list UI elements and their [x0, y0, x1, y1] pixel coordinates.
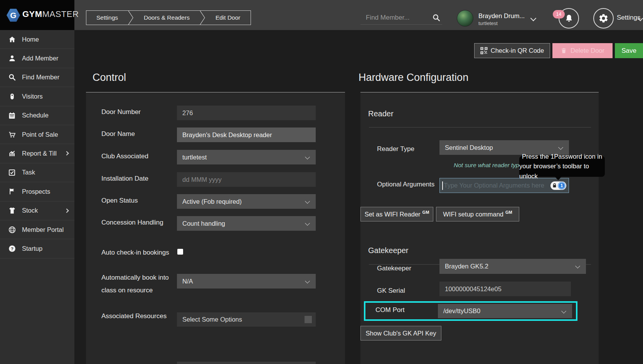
breadcrumb-doors-readers[interactable]: Doors & Readers	[134, 11, 200, 25]
lock-icon	[552, 183, 557, 188]
svg-text:?: ?	[11, 247, 13, 251]
logo[interactable]: G GYMMASTER	[0, 0, 74, 30]
auto-book-value: N/A	[182, 278, 193, 285]
wifi-setup-command-button[interactable]: WIFI setup command GM	[436, 207, 519, 221]
trash-icon	[561, 47, 567, 54]
door-name-input[interactable]	[177, 127, 316, 142]
sidebar-item-find-member[interactable]: Find Member	[0, 68, 74, 87]
com-port-label: COM Port	[375, 306, 405, 314]
hardware-panel: Reader Reader Type Sentinel Desktop Not …	[360, 92, 599, 364]
reader-help-note[interactable]: Not sure what reader typ	[454, 162, 519, 169]
cutoff-field	[177, 362, 316, 364]
logo-text: GYMMASTER	[22, 9, 79, 19]
sidebar-item-add-member[interactable]: Add Member	[0, 49, 74, 68]
section-divider	[369, 127, 591, 127]
door-number-input[interactable]	[177, 106, 316, 120]
sidebar-item-label: Prospects	[22, 188, 50, 195]
globe-icon	[8, 225, 16, 234]
logo-gym: GYM	[22, 9, 42, 19]
open-status-value: Active (Fob required)	[182, 198, 242, 205]
chevron-down-icon	[558, 145, 563, 150]
calendar-icon	[8, 111, 16, 120]
chevron-down-icon	[305, 278, 310, 283]
sidebar-item-task[interactable]: Task	[0, 163, 74, 182]
user-club: turtletest	[478, 20, 498, 26]
com-port-select[interactable]: /dev/ttyUSB0	[438, 304, 572, 318]
associated-resources-multiselect[interactable]: Select Some Options	[177, 312, 316, 327]
chevron-down-icon	[305, 221, 310, 226]
user-menu-chevron-down-icon[interactable]	[530, 15, 537, 22]
sidebar-item-visitors[interactable]: Visitors	[0, 87, 74, 106]
multiselect-handle[interactable]	[305, 316, 312, 323]
bell-icon	[564, 13, 574, 23]
onepassword-icon[interactable]: 1	[558, 182, 565, 189]
concession-handling-label: Concession Handling	[101, 216, 173, 229]
set-wifi-reader-button[interactable]: Set as WIFI Reader GM	[360, 207, 433, 221]
sidebar-item-prospects[interactable]: Prospects	[0, 182, 74, 201]
sidebar-item-label: Point of Sale	[22, 131, 58, 138]
gatekeeper-section-heading: Gatekeeper	[368, 246, 409, 255]
sidebar-item-schedule[interactable]: Schedule	[0, 106, 74, 125]
gk-serial-label: GK Serial	[377, 284, 435, 297]
sidebar-item-label: Visitors	[22, 93, 43, 100]
gm-superscript: GM	[422, 210, 429, 215]
reader-section-heading: Reader	[368, 109, 394, 118]
onepassword-inline-widget[interactable]: 1	[550, 181, 566, 190]
onepassword-tooltip: Press the 1Password icon in your browser…	[519, 156, 605, 177]
search-icon[interactable]	[432, 13, 441, 22]
chevron-down-icon	[575, 263, 580, 268]
show-gk-api-key-button[interactable]: Show Club's GK API Key	[360, 326, 441, 341]
reader-type-label: Reader Type	[377, 143, 435, 155]
breadcrumb-edit-door[interactable]: Edit Door	[205, 11, 251, 25]
optional-arguments-placeholder: Type Your Optional Arguments here	[444, 182, 551, 189]
user-avatar[interactable]	[457, 10, 473, 27]
question-icon: ?	[8, 244, 16, 253]
installation-date-input[interactable]	[177, 172, 316, 187]
hardware-panel-title: Hardware Configuration	[359, 72, 468, 84]
logo-letter: G	[10, 11, 16, 20]
associated-resources-placeholder: Select Some Options	[182, 316, 242, 323]
concession-handling-select[interactable]: Count handling	[177, 216, 316, 231]
control-panel-title: Control	[93, 72, 126, 84]
save-button[interactable]: Save	[615, 43, 643, 58]
settings-menu-label[interactable]: Settings	[617, 14, 640, 22]
club-associated-label: Club Associated	[101, 150, 173, 163]
door-number-label: Door Number	[101, 106, 173, 118]
tooltip-pointer	[555, 176, 562, 180]
com-port-value: /dev/ttyUSB0	[443, 307, 480, 315]
search-icon	[8, 73, 16, 82]
delete-door-button[interactable]: Delete Door	[552, 43, 613, 58]
sidebar-item-report-till[interactable]: Report & Till	[0, 144, 74, 163]
sidebar-item-point-of-sale[interactable]: Point of Sale	[0, 125, 74, 144]
sidebar-item-stock[interactable]: Stock	[0, 201, 74, 220]
sidebar-item-member-portal[interactable]: Member Portal	[0, 220, 74, 239]
person-icon	[8, 54, 16, 63]
auto-checkin-checkbox[interactable]	[177, 249, 183, 255]
text-cursor	[442, 181, 443, 190]
gatekeeper-select[interactable]: Brayden GK5.2	[439, 259, 586, 274]
user-name[interactable]: Brayden Drum...	[478, 12, 525, 20]
settings-gear-button[interactable]	[593, 8, 614, 29]
sidebar-item-home[interactable]: Home	[0, 30, 74, 49]
search-input[interactable]	[360, 12, 429, 24]
sidebar-item-startup[interactable]: ? Startup	[0, 239, 74, 258]
club-associated-select[interactable]: turtletest	[177, 150, 316, 164]
auto-book-label: Automatically book into class on resourc…	[101, 271, 173, 297]
app-header: G GYMMASTER Settings Doors & Readers Edi…	[0, 0, 643, 30]
sidebar: Home Add Member Find Member Visitors Sch…	[0, 30, 74, 364]
chevron-down-icon	[305, 199, 310, 204]
installation-date-label: Installation Date	[101, 172, 173, 185]
checkin-qr-code-button[interactable]: Check-in QR Code	[474, 43, 550, 58]
sidebar-item-label: Home	[22, 36, 39, 43]
wifi-reader-label: Set as WIFI Reader	[365, 211, 421, 218]
auto-checkin-label: Auto check-in bookings	[101, 246, 173, 259]
sidebar-item-label: Report & Till	[22, 150, 57, 157]
qr-button-label: Check-in QR Code	[491, 47, 544, 54]
breadcrumb-settings[interactable]: Settings	[86, 11, 128, 25]
auto-book-select[interactable]: N/A	[177, 274, 316, 289]
open-status-select[interactable]: Active (Fob required)	[177, 194, 316, 209]
gear-icon	[598, 13, 609, 23]
qr-code-icon	[480, 47, 488, 54]
gk-serial-input[interactable]	[439, 282, 571, 296]
sidebar-item-label: Task	[22, 169, 35, 176]
